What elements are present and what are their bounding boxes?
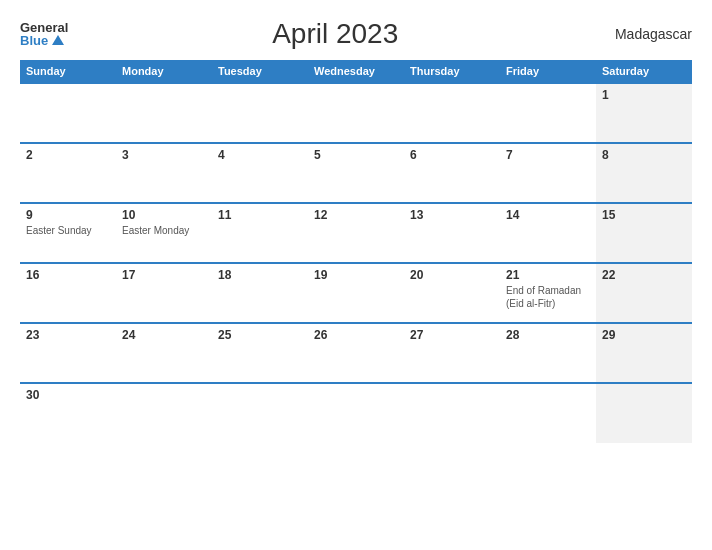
calendar-cell — [116, 383, 212, 443]
holiday-label: Easter Sunday — [26, 224, 110, 237]
day-number: 10 — [122, 208, 206, 222]
calendar-cell — [404, 83, 500, 143]
calendar-cell: 25 — [212, 323, 308, 383]
calendar-cell — [212, 83, 308, 143]
day-number: 17 — [122, 268, 206, 282]
weekday-header: Saturday — [596, 60, 692, 83]
calendar-cell: 14 — [500, 203, 596, 263]
calendar-cell: 18 — [212, 263, 308, 323]
calendar-cell: 10Easter Monday — [116, 203, 212, 263]
logo-blue-text: Blue — [20, 34, 48, 47]
day-number: 1 — [602, 88, 686, 102]
calendar-cell: 29 — [596, 323, 692, 383]
day-number: 22 — [602, 268, 686, 282]
calendar-cell: 17 — [116, 263, 212, 323]
day-number: 21 — [506, 268, 590, 282]
calendar-cell: 7 — [500, 143, 596, 203]
country-label: Madagascar — [602, 26, 692, 42]
calendar-cell: 19 — [308, 263, 404, 323]
day-number: 7 — [506, 148, 590, 162]
calendar-week-row: 23242526272829 — [20, 323, 692, 383]
calendar-cell: 6 — [404, 143, 500, 203]
calendar-cell: 1 — [596, 83, 692, 143]
day-number: 26 — [314, 328, 398, 342]
calendar-cell: 22 — [596, 263, 692, 323]
calendar-cell: 9Easter Sunday — [20, 203, 116, 263]
calendar-cell — [308, 383, 404, 443]
day-number: 24 — [122, 328, 206, 342]
weekday-header-row: SundayMondayTuesdayWednesdayThursdayFrid… — [20, 60, 692, 83]
day-number: 20 — [410, 268, 494, 282]
logo-blue-row: Blue — [20, 34, 64, 47]
calendar-cell: 3 — [116, 143, 212, 203]
day-number: 18 — [218, 268, 302, 282]
calendar-title: April 2023 — [68, 18, 602, 50]
calendar-cell: 8 — [596, 143, 692, 203]
calendar-cell — [500, 383, 596, 443]
header: General Blue April 2023 Madagascar — [20, 18, 692, 50]
day-number: 5 — [314, 148, 398, 162]
day-number: 6 — [410, 148, 494, 162]
calendar-table: SundayMondayTuesdayWednesdayThursdayFrid… — [20, 60, 692, 443]
day-number: 9 — [26, 208, 110, 222]
weekday-header: Sunday — [20, 60, 116, 83]
calendar-cell: 21End of Ramadan (Eid al-Fitr) — [500, 263, 596, 323]
calendar-cell: 4 — [212, 143, 308, 203]
calendar-cell: 15 — [596, 203, 692, 263]
calendar-cell: 26 — [308, 323, 404, 383]
day-number: 8 — [602, 148, 686, 162]
calendar-cell — [20, 83, 116, 143]
calendar-cell — [596, 383, 692, 443]
calendar-cell — [500, 83, 596, 143]
calendar-cell: 23 — [20, 323, 116, 383]
day-number: 28 — [506, 328, 590, 342]
calendar-cell — [308, 83, 404, 143]
day-number: 30 — [26, 388, 110, 402]
calendar-cell — [404, 383, 500, 443]
calendar-cell: 13 — [404, 203, 500, 263]
calendar-cell: 2 — [20, 143, 116, 203]
weekday-header: Wednesday — [308, 60, 404, 83]
calendar-week-row: 2345678 — [20, 143, 692, 203]
calendar-cell — [116, 83, 212, 143]
day-number: 3 — [122, 148, 206, 162]
calendar-week-row: 9Easter Sunday10Easter Monday1112131415 — [20, 203, 692, 263]
day-number: 14 — [506, 208, 590, 222]
day-number: 27 — [410, 328, 494, 342]
day-number: 11 — [218, 208, 302, 222]
weekday-header: Friday — [500, 60, 596, 83]
holiday-label: Easter Monday — [122, 224, 206, 237]
calendar-cell: 11 — [212, 203, 308, 263]
calendar-cell: 24 — [116, 323, 212, 383]
day-number: 16 — [26, 268, 110, 282]
calendar-cell: 20 — [404, 263, 500, 323]
calendar-cell: 28 — [500, 323, 596, 383]
day-number: 4 — [218, 148, 302, 162]
calendar-cell — [212, 383, 308, 443]
day-number: 25 — [218, 328, 302, 342]
weekday-header: Tuesday — [212, 60, 308, 83]
day-number: 12 — [314, 208, 398, 222]
day-number: 29 — [602, 328, 686, 342]
day-number: 23 — [26, 328, 110, 342]
calendar-cell: 16 — [20, 263, 116, 323]
calendar-week-row: 1 — [20, 83, 692, 143]
weekday-header: Thursday — [404, 60, 500, 83]
calendar-cell: 12 — [308, 203, 404, 263]
calendar-page: General Blue April 2023 Madagascar Sunda… — [0, 0, 712, 550]
day-number: 2 — [26, 148, 110, 162]
logo: General Blue — [20, 21, 68, 47]
calendar-cell: 5 — [308, 143, 404, 203]
calendar-week-row: 161718192021End of Ramadan (Eid al-Fitr)… — [20, 263, 692, 323]
day-number: 19 — [314, 268, 398, 282]
calendar-cell: 27 — [404, 323, 500, 383]
calendar-week-row: 30 — [20, 383, 692, 443]
logo-triangle-icon — [52, 35, 64, 45]
holiday-label: End of Ramadan (Eid al-Fitr) — [506, 284, 590, 310]
day-number: 13 — [410, 208, 494, 222]
calendar-cell: 30 — [20, 383, 116, 443]
weekday-header: Monday — [116, 60, 212, 83]
day-number: 15 — [602, 208, 686, 222]
